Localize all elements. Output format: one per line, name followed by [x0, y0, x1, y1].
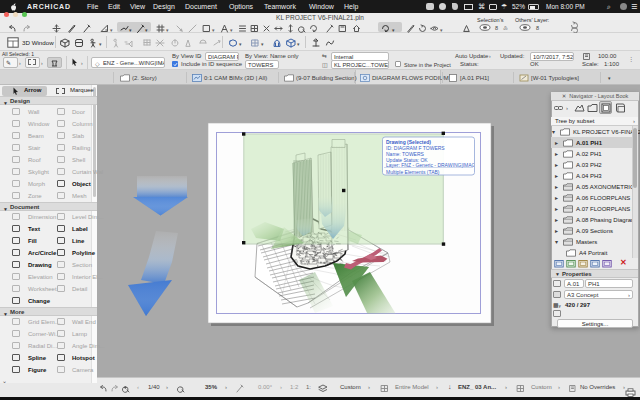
svg-text:Name: TOWERS: Name: TOWERS [386, 151, 425, 157]
svg-text:Drawing (Selected): Drawing (Selected) [386, 139, 431, 145]
svg-text:ID: DIAGRAM F TOWERS: ID: DIAGRAM F TOWERS [386, 145, 445, 151]
svg-text:Multiple Elements (TAB): Multiple Elements (TAB) [386, 169, 440, 175]
svg-text:Layer: FNZ - Generic - DRAWING: Layer: FNZ - Generic - DRAWING|IMAGE [386, 162, 479, 168]
